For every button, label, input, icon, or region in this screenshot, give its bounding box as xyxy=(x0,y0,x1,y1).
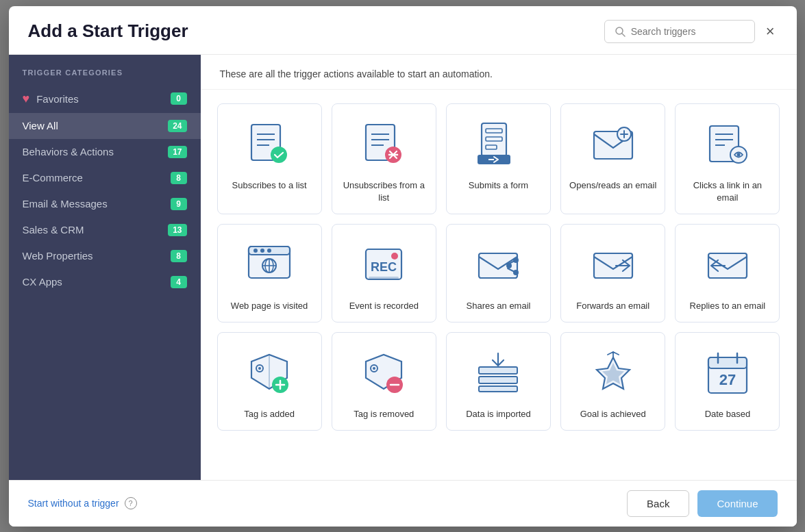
svg-point-33 xyxy=(260,249,264,253)
trigger-grid: Subscribes to a list xyxy=(217,103,780,431)
sidebar-badge-favorites: 0 xyxy=(171,92,187,105)
sidebar-item-label: E-Commerce xyxy=(23,172,83,183)
trigger-icon-forwards-email xyxy=(586,237,641,292)
continue-button[interactable]: Continue xyxy=(697,490,777,517)
svg-text:REC: REC xyxy=(371,260,397,274)
trigger-card-tag-removed[interactable]: Tag is removed xyxy=(332,332,436,431)
sidebar: TRIGGER CATEGORIES ♥ Favorites 0 View Al… xyxy=(9,55,201,480)
svg-rect-42 xyxy=(369,277,399,279)
sidebar-badge-web: 8 xyxy=(171,250,187,262)
svg-rect-59 xyxy=(479,377,517,383)
svg-point-50 xyxy=(258,367,261,370)
trigger-icon-replies-email xyxy=(700,237,755,292)
main-content: These are all the trigger actions availa… xyxy=(201,55,797,480)
footer-left: Start without a trigger ? xyxy=(28,497,137,509)
trigger-label: Clicks a link in an email xyxy=(684,179,771,204)
svg-point-41 xyxy=(391,253,398,259)
sidebar-item-label: Web Properties xyxy=(23,250,93,262)
trigger-card-goal-achieved[interactable]: Goal is achieved xyxy=(560,332,665,431)
svg-rect-60 xyxy=(479,386,517,392)
trigger-icon-goal xyxy=(586,345,641,400)
trigger-icon-tag-remove xyxy=(356,345,411,400)
sidebar-item-email-messages[interactable]: Email & Messages 9 xyxy=(9,191,201,217)
trigger-label: Shares an email xyxy=(467,300,531,312)
heart-icon: ♥ xyxy=(23,92,30,106)
trigger-label: Tag is added xyxy=(244,408,295,420)
trigger-label: Replies to an email xyxy=(690,300,766,312)
trigger-label: Goal is achieved xyxy=(580,408,646,420)
modal-title: Add a Start Trigger xyxy=(28,21,188,42)
search-icon xyxy=(615,26,626,37)
sidebar-badge-view-all: 24 xyxy=(168,120,186,132)
trigger-card-date-based[interactable]: 27 Date based xyxy=(675,332,780,431)
back-button[interactable]: Back xyxy=(627,490,689,517)
trigger-icon-date: 27 xyxy=(700,345,755,400)
sidebar-item-label: Favorites xyxy=(36,93,79,105)
trigger-label: Data is imported xyxy=(466,408,531,420)
sidebar-section-label: TRIGGER CATEGORIES xyxy=(9,68,201,85)
trigger-icon-tag-add xyxy=(242,345,297,400)
sidebar-item-label: Sales & CRM xyxy=(23,224,84,236)
svg-point-34 xyxy=(267,249,271,253)
trigger-card-replies-email[interactable]: Replies to an email xyxy=(675,224,780,322)
modal: Add a Start Trigger × TRIGGER CATEGORIES… xyxy=(9,6,797,527)
modal-body: TRIGGER CATEGORIES ♥ Favorites 0 View Al… xyxy=(9,55,797,480)
footer-right: Back Continue xyxy=(627,490,777,517)
modal-header: Add a Start Trigger × xyxy=(9,6,797,55)
sidebar-item-behaviors-actions[interactable]: Behaviors & Actions 17 xyxy=(9,139,201,165)
trigger-card-data-imported[interactable]: Data is imported xyxy=(446,332,551,431)
sidebar-item-favorites[interactable]: ♥ Favorites 0 xyxy=(9,85,201,113)
trigger-icon-unsubscribes xyxy=(356,116,411,171)
trigger-grid-wrapper[interactable]: Subscribes to a list xyxy=(201,90,797,480)
help-icon[interactable]: ? xyxy=(125,497,137,509)
svg-rect-58 xyxy=(479,367,517,374)
trigger-card-opens-email[interactable]: Opens/reads an email xyxy=(560,103,665,214)
trigger-card-webpage-visited[interactable]: Web page is visited xyxy=(217,224,322,322)
svg-point-45 xyxy=(513,270,519,275)
trigger-label: Subscribes to a list xyxy=(232,179,307,192)
sidebar-badge-behaviors: 17 xyxy=(168,146,186,158)
svg-point-6 xyxy=(271,147,287,163)
svg-line-1 xyxy=(622,34,625,36)
sidebar-item-sales-crm[interactable]: Sales & CRM 13 xyxy=(9,217,201,243)
svg-point-32 xyxy=(253,249,258,253)
search-input[interactable] xyxy=(631,26,745,37)
sidebar-item-label: View All xyxy=(23,120,58,131)
modal-footer: Start without a trigger ? Back Continue xyxy=(9,480,797,527)
sidebar-badge-email: 9 xyxy=(171,198,187,210)
start-without-trigger-link[interactable]: Start without a trigger xyxy=(28,498,119,509)
sidebar-item-view-all[interactable]: View All 24 xyxy=(9,113,201,139)
trigger-icon-shares-email xyxy=(471,237,525,292)
trigger-card-subscribes-list[interactable]: Subscribes to a list xyxy=(217,103,322,214)
trigger-icon-clicks-link xyxy=(700,116,755,171)
sidebar-item-e-commerce[interactable]: E-Commerce 8 xyxy=(9,165,201,191)
sidebar-item-label: CX Apps xyxy=(23,276,62,288)
trigger-card-shares-email[interactable]: Shares an email xyxy=(446,224,551,322)
trigger-label: Date based xyxy=(705,408,751,420)
trigger-card-submits-form[interactable]: Submits a form xyxy=(446,103,551,214)
sidebar-item-label: Behaviors & Actions xyxy=(23,146,114,157)
header-right: × xyxy=(604,20,778,43)
trigger-card-forwards-email[interactable]: Forwards an email xyxy=(560,224,665,322)
sidebar-item-cx-apps[interactable]: CX Apps 4 xyxy=(9,269,201,295)
trigger-card-tag-added[interactable]: Tag is added xyxy=(217,332,322,431)
sidebar-badge-sales: 13 xyxy=(168,224,186,236)
svg-text:27: 27 xyxy=(719,371,736,388)
sidebar-badge-ecommerce: 8 xyxy=(171,172,187,184)
trigger-label: Tag is removed xyxy=(354,408,414,420)
svg-point-44 xyxy=(513,257,519,263)
trigger-card-event-recorded[interactable]: REC Event is recorded xyxy=(332,224,436,322)
trigger-card-unsubscribes-list[interactable]: Unsubscribes from a list xyxy=(332,103,436,214)
svg-point-46 xyxy=(506,263,512,268)
sidebar-item-web-properties[interactable]: Web Properties 8 xyxy=(9,243,201,269)
svg-rect-62 xyxy=(708,357,747,368)
trigger-icon-subscribes xyxy=(242,116,297,171)
search-box[interactable] xyxy=(604,20,755,43)
trigger-label: Web page is visited xyxy=(231,300,308,312)
trigger-label: Unsubscribes from a list xyxy=(340,179,428,204)
trigger-card-clicks-link[interactable]: Clicks a link in an email xyxy=(675,103,780,214)
close-button[interactable]: × xyxy=(763,21,778,42)
trigger-icon-event-rec: REC xyxy=(356,237,411,292)
trigger-label: Event is recorded xyxy=(349,300,419,312)
trigger-label: Opens/reads an email xyxy=(569,179,656,192)
